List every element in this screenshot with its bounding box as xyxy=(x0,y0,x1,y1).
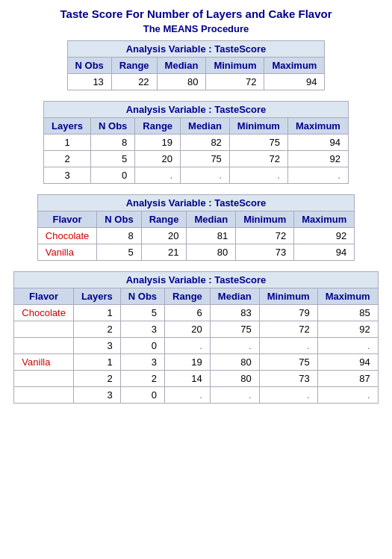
table3-col-5: Maximum xyxy=(294,211,355,228)
table1-col-2: Median xyxy=(157,58,206,74)
page-title: Taste Score For Number of Layers and Cak… xyxy=(11,7,381,20)
table3-cell-1-3: 80 xyxy=(187,244,236,261)
table2-cell-1-3: 75 xyxy=(181,151,230,167)
table4-cell-4-2: 2 xyxy=(120,371,164,387)
table-row: 1322807294 xyxy=(67,74,325,90)
table2-cell-0-1: 8 xyxy=(91,135,135,151)
table4-cell-2-4: . xyxy=(210,338,259,354)
table4-cell-4-4: 80 xyxy=(210,371,259,387)
table4-cell-5-0 xyxy=(14,387,74,404)
table4-cell-0-3: 6 xyxy=(165,305,211,321)
table4-cell-1-6: 92 xyxy=(317,321,378,338)
table2-cell-1-5: 92 xyxy=(287,151,348,167)
table-row: 30.... xyxy=(14,387,378,404)
table4-cell-5-5: . xyxy=(259,387,317,404)
table4-col-0: Flavor xyxy=(14,288,74,305)
table3-header: Analysis Variable : TasteScore xyxy=(37,195,354,211)
table2-cell-2-5: . xyxy=(287,167,348,184)
table2-header: Analysis Variable : TasteScore xyxy=(44,102,349,118)
table4-cell-4-5: 73 xyxy=(259,371,317,387)
table4-cell-5-4: . xyxy=(210,387,259,404)
table1-cell-0-4: 94 xyxy=(264,74,325,90)
table2-cell-0-4: 75 xyxy=(229,135,287,151)
table3-cell-1-1: 5 xyxy=(97,244,141,261)
table4-cell-0-2: 5 xyxy=(120,305,164,321)
table3-cell-0-1: 8 xyxy=(97,228,141,244)
table4-cell-1-4: 75 xyxy=(210,321,259,338)
table-row: Chocolate156837985 xyxy=(14,305,378,321)
table3-cell-1-0: Vanilla xyxy=(37,244,97,261)
table3-col-4: Minimum xyxy=(236,211,294,228)
table-row: 30.... xyxy=(44,167,349,184)
table4-cell-2-3: . xyxy=(165,338,211,354)
table4-cell-2-2: 0 xyxy=(120,338,164,354)
table4: Analysis Variable : TasteScore FlavorLay… xyxy=(13,271,378,404)
table2-cell-0-5: 94 xyxy=(287,135,348,151)
table2-cell-1-4: 72 xyxy=(229,151,287,167)
table-row: Vanilla1319807594 xyxy=(14,354,378,371)
procedure-subtitle: The MEANS Procedure xyxy=(11,23,381,34)
table2-col-4: Minimum xyxy=(229,118,287,135)
table3-cell-0-0: Chocolate xyxy=(37,228,97,244)
table1-col-1: Range xyxy=(111,58,157,74)
table2-col-5: Maximum xyxy=(287,118,348,135)
table4-cell-1-0 xyxy=(14,321,74,338)
table3-cell-0-4: 72 xyxy=(236,228,294,244)
table2-col-3: Median xyxy=(181,118,230,135)
table4-cell-1-5: 72 xyxy=(259,321,317,338)
table3-col-2: Range xyxy=(141,211,187,228)
table4-cell-3-3: 19 xyxy=(165,354,211,371)
table4-cell-1-2: 3 xyxy=(120,321,164,338)
table4-col-4: Median xyxy=(210,288,259,305)
table4-col-1: Layers xyxy=(73,288,120,305)
table4-cell-4-3: 14 xyxy=(165,371,211,387)
table4-cell-2-0 xyxy=(14,338,74,354)
table4-col-3: Range xyxy=(165,288,211,305)
table4-cell-0-1: 1 xyxy=(73,305,120,321)
table4-col-6: Maximum xyxy=(317,288,378,305)
table1-cell-0-1: 22 xyxy=(111,74,157,90)
table4-cell-0-4: 83 xyxy=(210,305,259,321)
table2: Analysis Variable : TasteScore LayersN O… xyxy=(43,101,349,184)
table3-cell-1-5: 94 xyxy=(294,244,355,261)
table3: Analysis Variable : TasteScore FlavorN O… xyxy=(37,194,355,261)
table3-col-0: Flavor xyxy=(37,211,97,228)
table-row: Vanilla521807394 xyxy=(37,244,354,261)
table4-cell-1-1: 2 xyxy=(73,321,120,338)
table4-cell-4-1: 2 xyxy=(73,371,120,387)
table1-cell-0-3: 72 xyxy=(206,74,264,90)
table3-cell-0-2: 20 xyxy=(141,228,187,244)
table4-col-2: N Obs xyxy=(120,288,164,305)
table1: Analysis Variable : TasteScore N ObsRang… xyxy=(67,40,326,90)
table4-cell-0-0: Chocolate xyxy=(14,305,74,321)
table4-section: Analysis Variable : TasteScore FlavorLay… xyxy=(11,271,381,404)
table4-col-5: Minimum xyxy=(259,288,317,305)
table2-cell-2-2: . xyxy=(135,167,181,184)
table4-cell-2-6: . xyxy=(317,338,378,354)
table4-cell-0-5: 79 xyxy=(259,305,317,321)
table3-cell-0-3: 81 xyxy=(187,228,236,244)
table-row: 1819827594 xyxy=(44,135,349,151)
table4-cell-5-6: . xyxy=(317,387,378,404)
table2-cell-0-0: 1 xyxy=(44,135,91,151)
table1-cell-0-2: 80 xyxy=(157,74,206,90)
table3-col-1: N Obs xyxy=(97,211,141,228)
table3-cell-0-5: 92 xyxy=(294,228,355,244)
table4-cell-3-5: 75 xyxy=(259,354,317,371)
table4-cell-1-3: 20 xyxy=(165,321,211,338)
table4-cell-3-6: 94 xyxy=(317,354,378,371)
table4-cell-4-0 xyxy=(14,371,74,387)
table-row: 2320757292 xyxy=(14,321,378,338)
table2-col-1: N Obs xyxy=(91,118,135,135)
table-row: Chocolate820817292 xyxy=(37,228,354,244)
table-row: 2520757292 xyxy=(44,151,349,167)
table4-cell-4-6: 87 xyxy=(317,371,378,387)
table4-cell-3-1: 1 xyxy=(73,354,120,371)
table3-col-3: Median xyxy=(187,211,236,228)
table4-cell-0-6: 85 xyxy=(317,305,378,321)
table1-col-3: Minimum xyxy=(206,58,264,74)
table4-cell-5-2: 0 xyxy=(120,387,164,404)
table2-section: Analysis Variable : TasteScore LayersN O… xyxy=(11,101,381,184)
table2-cell-2-0: 3 xyxy=(44,167,91,184)
table1-col-4: Maximum xyxy=(264,58,325,74)
